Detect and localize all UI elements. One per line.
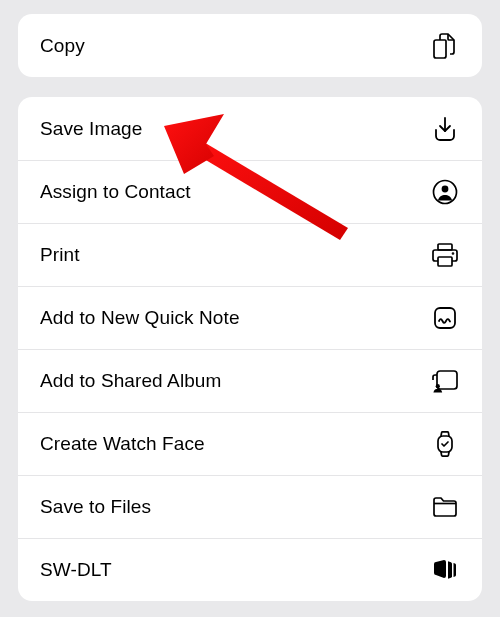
action-group-main: Save Image Assign to Contact Print	[18, 97, 482, 601]
copy-action[interactable]: Copy	[18, 14, 482, 77]
save-image-action[interactable]: Save Image	[18, 97, 482, 160]
action-group-copy: Copy	[18, 14, 482, 77]
copy-label: Copy	[40, 35, 85, 57]
save-files-action[interactable]: Save to Files	[18, 475, 482, 538]
svg-rect-2	[438, 244, 452, 250]
action-label: SW-DLT	[40, 559, 112, 581]
assign-contact-action[interactable]: Assign to Contact	[18, 160, 482, 223]
print-action[interactable]: Print	[18, 223, 482, 286]
watch-face-action[interactable]: Create Watch Face	[18, 412, 482, 475]
download-tray-icon	[430, 114, 460, 144]
shared-album-action[interactable]: Add to Shared Album	[18, 349, 482, 412]
quick-note-icon	[430, 303, 460, 333]
stack-icon	[430, 555, 460, 585]
shared-album-icon	[430, 366, 460, 396]
svg-point-6	[436, 384, 440, 388]
action-label: Add to Shared Album	[40, 370, 221, 392]
copy-pages-icon	[430, 31, 460, 61]
sw-dlt-action[interactable]: SW-DLT	[18, 538, 482, 601]
svg-rect-3	[438, 257, 452, 266]
svg-point-4	[453, 253, 454, 254]
action-label: Add to New Quick Note	[40, 307, 240, 329]
svg-point-1	[442, 186, 449, 193]
action-label: Save to Files	[40, 496, 151, 518]
action-label: Create Watch Face	[40, 433, 205, 455]
contact-circle-icon	[430, 177, 460, 207]
action-label: Save Image	[40, 118, 142, 140]
action-label: Print	[40, 244, 80, 266]
printer-icon	[430, 240, 460, 270]
action-label: Assign to Contact	[40, 181, 191, 203]
folder-icon	[430, 492, 460, 522]
quick-note-action[interactable]: Add to New Quick Note	[18, 286, 482, 349]
watch-icon	[430, 429, 460, 459]
svg-rect-5	[435, 308, 455, 328]
